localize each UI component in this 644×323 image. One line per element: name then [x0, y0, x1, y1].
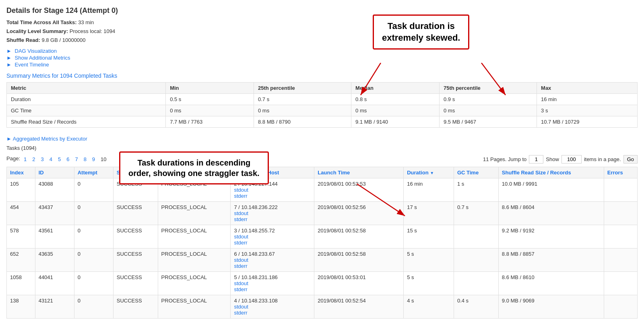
- stdout-link[interactable]: stdout: [234, 304, 311, 310]
- meta-info: Total Time Across All Tasks: 33 min Loca…: [6, 18, 638, 45]
- show-additional-metrics-link[interactable]: ► Show Additional Metrics: [6, 55, 638, 61]
- index-col-header: Index: [7, 167, 35, 178]
- stdout-link[interactable]: stdout: [234, 210, 311, 216]
- table-row: Shuffle Read Size / Records 7.7 MB / 776…: [7, 116, 638, 128]
- arrow-icon: ►: [6, 48, 12, 54]
- stdout-link[interactable]: stdout: [234, 280, 311, 286]
- page-link-5[interactable]: 5: [56, 155, 63, 163]
- table-row: 578 43561 0 SUCCESS PROCESS_LOCAL 3 / 10…: [7, 225, 638, 248]
- duration-col-header[interactable]: Duration ▼: [404, 167, 454, 178]
- event-timeline-link[interactable]: ► Event Timeline: [6, 62, 638, 68]
- pagination-bar: Page: 1 2 3 4 5 6 7 8 9 10 11 Pages. Jum…: [6, 155, 638, 164]
- table-row: Duration 0.5 s 0.7 s 0.8 s 0.9 s 16 min: [7, 94, 638, 105]
- stderr-link[interactable]: stderr: [234, 216, 311, 222]
- max-col-header: Max: [537, 83, 638, 94]
- links-section: ► DAG Visualization ► Show Additional Me…: [6, 48, 638, 68]
- summary-title: Summary Metrics for 1094 Completed Tasks: [6, 72, 638, 79]
- show-count-input[interactable]: [561, 155, 582, 164]
- page-link-9[interactable]: 9: [90, 155, 97, 163]
- min-col-header: Min: [166, 83, 254, 94]
- dag-visualization-link[interactable]: ► DAG Visualization: [6, 48, 638, 54]
- page-link-7[interactable]: 7: [73, 155, 80, 163]
- page-numbers: Page: 1 2 3 4 5 6 7 8 9 10: [6, 155, 109, 163]
- page-link-3[interactable]: 3: [39, 155, 45, 163]
- metric-col-header: Metric: [7, 83, 166, 94]
- median-col-header: Median: [351, 83, 440, 94]
- table-row: 652 43635 0 SUCCESS PROCESS_LOCAL 6 / 10…: [7, 248, 638, 272]
- stderr-link[interactable]: stderr: [234, 263, 311, 269]
- pagination-controls: 11 Pages. Jump to Show items in a page. …: [483, 155, 638, 164]
- launch-col-header: Launch Time: [314, 167, 404, 178]
- stderr-link[interactable]: stderr: [234, 240, 311, 246]
- stderr-link[interactable]: stderr: [234, 310, 311, 316]
- tasks-label: Tasks (1094): [6, 145, 638, 151]
- arrow-icon: ►: [6, 62, 12, 68]
- summary-metrics-table: Metric Min 25th percentile Median 75th p…: [6, 82, 638, 128]
- arrow-icon: ►: [6, 136, 12, 142]
- aggregated-metrics-link[interactable]: Aggregated Metrics by Executor: [13, 136, 87, 142]
- page-link-2[interactable]: 2: [30, 155, 37, 163]
- page-label: Page:: [6, 155, 20, 163]
- table-row: 105 43088 0 SUCCESS PROCESS_LOCAL 2 / 10…: [7, 178, 638, 202]
- table-row: GC Time 0 ms 0 ms 0 ms 0 ms 3 s: [7, 105, 638, 116]
- page-link-6[interactable]: 6: [64, 155, 71, 163]
- stderr-link[interactable]: stderr: [234, 286, 311, 292]
- tasks-table: Index ID Attempt Status Locality Level E…: [6, 167, 638, 319]
- table-row: 1058 44041 0 SUCCESS PROCESS_LOCAL 5 / 1…: [7, 272, 638, 295]
- annotation-skewed: Task duration isextremely skewed.: [373, 14, 469, 50]
- stdout-link[interactable]: stdout: [234, 187, 311, 193]
- annotation-descending: Task durations in descendingorder, showi…: [119, 151, 269, 184]
- table-row: 138 43121 0 SUCCESS PROCESS_LOCAL 4 / 10…: [7, 295, 638, 319]
- stdout-link[interactable]: stdout: [234, 257, 311, 263]
- stderr-link[interactable]: stderr: [234, 193, 311, 199]
- page-link-1[interactable]: 1: [22, 155, 29, 163]
- errors-col-header: Errors: [604, 167, 637, 178]
- shuffle-col-header: Shuffle Read Size / Records: [498, 167, 604, 178]
- arrow-icon: ►: [6, 55, 12, 61]
- stdout-link[interactable]: stdout: [234, 234, 311, 240]
- page-title: Details for Stage 124 (Attempt 0): [6, 6, 638, 15]
- page-dots: 10: [99, 155, 108, 163]
- gctime-col-header: GC Time: [454, 167, 498, 178]
- p25-col-header: 25th percentile: [254, 83, 351, 94]
- page-link-8[interactable]: 8: [82, 155, 89, 163]
- go-button[interactable]: Go: [623, 155, 638, 164]
- jump-to-input[interactable]: [529, 155, 543, 164]
- page-link-4[interactable]: 4: [47, 155, 54, 163]
- p75-col-header: 75th percentile: [439, 83, 537, 94]
- attempt-col-header: Attempt: [74, 167, 113, 178]
- table-row: 454 43437 0 SUCCESS PROCESS_LOCAL 7 / 10…: [7, 202, 638, 225]
- id-col-header: ID: [35, 167, 74, 178]
